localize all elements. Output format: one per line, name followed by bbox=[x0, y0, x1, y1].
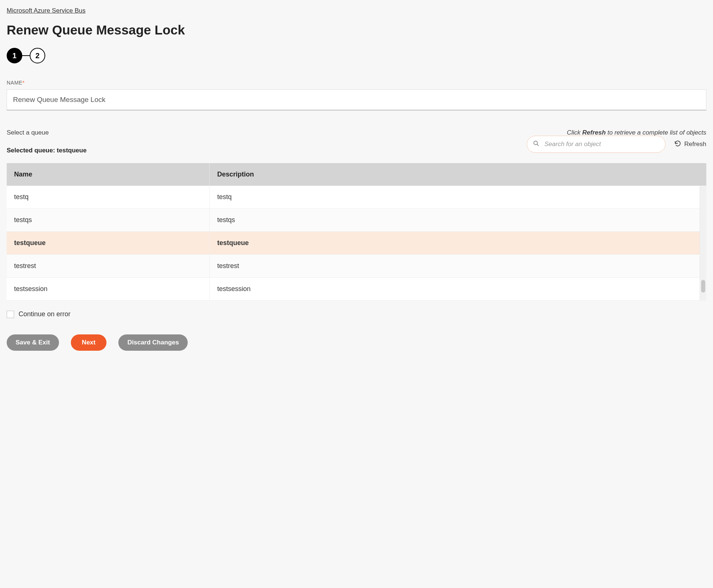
breadcrumb: Microsoft Azure Service Bus bbox=[7, 7, 706, 14]
table-header-name[interactable]: Name bbox=[7, 163, 210, 186]
name-input[interactable] bbox=[7, 89, 706, 110]
table-row[interactable]: testqtestq bbox=[7, 186, 706, 209]
selected-queue: Selected queue: testqueue bbox=[7, 147, 86, 154]
refresh-hint: Click Refresh to retrieve a complete lis… bbox=[567, 129, 706, 136]
cell-name: testrest bbox=[7, 255, 210, 278]
svg-line-1 bbox=[537, 144, 539, 146]
step-connector bbox=[22, 55, 30, 56]
name-label: NAME* bbox=[7, 80, 706, 86]
table-row[interactable]: testsessiontestsession bbox=[7, 278, 706, 301]
cell-name: testqs bbox=[7, 209, 210, 232]
cell-description: testsession bbox=[210, 278, 706, 301]
next-button[interactable]: Next bbox=[71, 334, 107, 351]
table-row[interactable]: testqueuetestqueue bbox=[7, 232, 706, 255]
search-wrap bbox=[527, 136, 666, 153]
step-indicator: 1 2 bbox=[7, 48, 706, 63]
refresh-icon bbox=[674, 140, 681, 149]
discard-button[interactable]: Discard Changes bbox=[118, 334, 188, 351]
continue-on-error-label: Continue on error bbox=[19, 310, 70, 318]
search-input[interactable] bbox=[527, 136, 666, 153]
scrollbar-thumb[interactable] bbox=[701, 280, 705, 293]
table-row[interactable]: testresttestrest bbox=[7, 255, 706, 278]
cell-name: testsession bbox=[7, 278, 210, 301]
table-header-description[interactable]: Description bbox=[210, 163, 706, 186]
page-title: Renew Queue Message Lock bbox=[7, 23, 706, 37]
svg-point-0 bbox=[534, 141, 538, 145]
queue-table: Name Description testqtestqtestqstestqst… bbox=[7, 163, 706, 301]
table-row[interactable]: testqstestqs bbox=[7, 209, 706, 232]
search-icon bbox=[533, 140, 539, 149]
table-scrollbar[interactable] bbox=[700, 186, 706, 301]
cell-name: testqueue bbox=[7, 232, 210, 255]
cell-description: testqs bbox=[210, 209, 706, 232]
cell-name: testq bbox=[7, 186, 210, 209]
refresh-label: Refresh bbox=[684, 141, 706, 148]
breadcrumb-link[interactable]: Microsoft Azure Service Bus bbox=[7, 7, 86, 14]
step-1[interactable]: 1 bbox=[7, 48, 22, 63]
cell-description: testq bbox=[210, 186, 706, 209]
refresh-button[interactable]: Refresh bbox=[674, 140, 706, 149]
save-exit-button[interactable]: Save & Exit bbox=[7, 334, 59, 351]
continue-on-error-checkbox[interactable] bbox=[7, 311, 14, 318]
step-2[interactable]: 2 bbox=[30, 48, 45, 63]
cell-description: testrest bbox=[210, 255, 706, 278]
select-queue-label: Select a queue bbox=[7, 129, 49, 136]
queue-table-wrap: Name Description testqtestqtestqstestqst… bbox=[7, 163, 706, 301]
cell-description: testqueue bbox=[210, 232, 706, 255]
